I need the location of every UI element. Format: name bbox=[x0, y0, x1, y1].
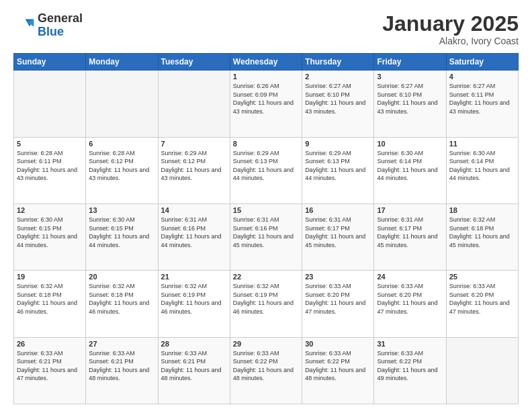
calendar-cell: 24Sunrise: 6:33 AM Sunset: 6:20 PM Dayli… bbox=[374, 271, 446, 337]
weekday-header-monday: Monday bbox=[86, 54, 158, 71]
day-number: 5 bbox=[17, 140, 83, 148]
day-info: Sunrise: 6:32 AM Sunset: 6:19 PM Dayligh… bbox=[161, 282, 227, 316]
day-number: 7 bbox=[161, 140, 227, 148]
day-number: 6 bbox=[89, 140, 154, 148]
day-number: 27 bbox=[89, 340, 154, 348]
calendar-cell: 5Sunrise: 6:28 AM Sunset: 6:11 PM Daylig… bbox=[14, 137, 86, 203]
day-info: Sunrise: 6:33 AM Sunset: 6:20 PM Dayligh… bbox=[377, 282, 443, 316]
day-info: Sunrise: 6:27 AM Sunset: 6:11 PM Dayligh… bbox=[449, 82, 515, 116]
day-info: Sunrise: 6:30 AM Sunset: 6:14 PM Dayligh… bbox=[449, 149, 515, 183]
calendar-cell: 12Sunrise: 6:30 AM Sunset: 6:15 PM Dayli… bbox=[14, 203, 86, 270]
calendar-cell bbox=[158, 71, 230, 137]
day-info: Sunrise: 6:30 AM Sunset: 6:14 PM Dayligh… bbox=[377, 149, 443, 183]
day-number: 16 bbox=[305, 206, 371, 214]
calendar-cell: 17Sunrise: 6:31 AM Sunset: 6:17 PM Dayli… bbox=[374, 203, 446, 270]
logo: General Blue bbox=[13, 12, 83, 39]
generalblue-icon bbox=[13, 15, 35, 36]
weekday-row: SundayMondayTuesdayWednesdayThursdayFrid… bbox=[14, 54, 519, 71]
day-info: Sunrise: 6:28 AM Sunset: 6:11 PM Dayligh… bbox=[17, 149, 83, 183]
day-info: Sunrise: 6:33 AM Sunset: 6:20 PM Dayligh… bbox=[449, 282, 515, 316]
day-info: Sunrise: 6:31 AM Sunset: 6:17 PM Dayligh… bbox=[377, 216, 443, 249]
calendar-cell: 26Sunrise: 6:33 AM Sunset: 6:21 PM Dayli… bbox=[14, 337, 86, 404]
calendar-cell bbox=[446, 337, 518, 404]
calendar-cell: 19Sunrise: 6:32 AM Sunset: 6:18 PM Dayli… bbox=[14, 271, 86, 337]
day-number: 22 bbox=[233, 273, 299, 281]
week-row-5: 26Sunrise: 6:33 AM Sunset: 6:21 PM Dayli… bbox=[14, 337, 519, 404]
page: General Blue January 2025 Alakro, Ivory … bbox=[0, 0, 532, 411]
day-number: 25 bbox=[449, 273, 515, 281]
calendar-cell: 1Sunrise: 6:26 AM Sunset: 6:09 PM Daylig… bbox=[230, 71, 302, 137]
day-number: 17 bbox=[377, 206, 443, 214]
day-info: Sunrise: 6:33 AM Sunset: 6:22 PM Dayligh… bbox=[233, 349, 299, 383]
title-section: January 2025 Alakro, Ivory Coast bbox=[382, 12, 519, 46]
day-info: Sunrise: 6:26 AM Sunset: 6:09 PM Dayligh… bbox=[233, 82, 299, 116]
day-number: 15 bbox=[233, 206, 299, 214]
month-title: January 2025 bbox=[382, 12, 519, 36]
day-number: 29 bbox=[233, 340, 299, 348]
day-info: Sunrise: 6:29 AM Sunset: 6:13 PM Dayligh… bbox=[233, 149, 299, 183]
calendar-cell: 3Sunrise: 6:27 AM Sunset: 6:10 PM Daylig… bbox=[374, 71, 446, 137]
calendar-cell: 21Sunrise: 6:32 AM Sunset: 6:19 PM Dayli… bbox=[158, 271, 230, 337]
weekday-header-thursday: Thursday bbox=[302, 54, 374, 71]
day-number: 31 bbox=[377, 340, 443, 348]
day-info: Sunrise: 6:30 AM Sunset: 6:15 PM Dayligh… bbox=[17, 216, 83, 249]
day-info: Sunrise: 6:30 AM Sunset: 6:15 PM Dayligh… bbox=[89, 216, 154, 249]
calendar-cell: 25Sunrise: 6:33 AM Sunset: 6:20 PM Dayli… bbox=[446, 271, 518, 337]
calendar-cell: 7Sunrise: 6:29 AM Sunset: 6:12 PM Daylig… bbox=[158, 137, 230, 203]
day-number: 4 bbox=[449, 73, 515, 81]
svg-rect-0 bbox=[13, 15, 35, 36]
day-info: Sunrise: 6:32 AM Sunset: 6:18 PM Dayligh… bbox=[17, 282, 83, 316]
day-info: Sunrise: 6:33 AM Sunset: 6:21 PM Dayligh… bbox=[89, 349, 154, 383]
calendar-cell: 2Sunrise: 6:27 AM Sunset: 6:10 PM Daylig… bbox=[302, 71, 374, 137]
day-number: 11 bbox=[449, 140, 515, 148]
logo-text: General Blue bbox=[38, 12, 83, 39]
day-info: Sunrise: 6:28 AM Sunset: 6:12 PM Dayligh… bbox=[89, 149, 154, 183]
day-info: Sunrise: 6:31 AM Sunset: 6:17 PM Dayligh… bbox=[305, 216, 371, 249]
day-number: 20 bbox=[89, 273, 154, 281]
calendar-cell: 9Sunrise: 6:29 AM Sunset: 6:13 PM Daylig… bbox=[302, 137, 374, 203]
calendar-cell: 10Sunrise: 6:30 AM Sunset: 6:14 PM Dayli… bbox=[374, 137, 446, 203]
weekday-header-sunday: Sunday bbox=[14, 54, 86, 71]
calendar-cell: 14Sunrise: 6:31 AM Sunset: 6:16 PM Dayli… bbox=[158, 203, 230, 270]
week-row-3: 12Sunrise: 6:30 AM Sunset: 6:15 PM Dayli… bbox=[14, 203, 519, 270]
day-info: Sunrise: 6:33 AM Sunset: 6:22 PM Dayligh… bbox=[377, 349, 443, 383]
week-row-4: 19Sunrise: 6:32 AM Sunset: 6:18 PM Dayli… bbox=[14, 271, 519, 337]
day-info: Sunrise: 6:31 AM Sunset: 6:16 PM Dayligh… bbox=[161, 216, 227, 249]
day-number: 18 bbox=[449, 206, 515, 214]
week-row-2: 5Sunrise: 6:28 AM Sunset: 6:11 PM Daylig… bbox=[14, 137, 519, 203]
calendar: SundayMondayTuesdayWednesdayThursdayFrid… bbox=[13, 53, 519, 404]
day-number: 2 bbox=[305, 73, 371, 81]
day-number: 21 bbox=[161, 273, 227, 281]
calendar-cell: 15Sunrise: 6:31 AM Sunset: 6:16 PM Dayli… bbox=[230, 203, 302, 270]
day-info: Sunrise: 6:32 AM Sunset: 6:18 PM Dayligh… bbox=[89, 282, 154, 316]
week-row-1: 1Sunrise: 6:26 AM Sunset: 6:09 PM Daylig… bbox=[14, 71, 519, 137]
day-number: 28 bbox=[161, 340, 227, 348]
logo-general: General bbox=[38, 12, 83, 26]
calendar-cell: 23Sunrise: 6:33 AM Sunset: 6:20 PM Dayli… bbox=[302, 271, 374, 337]
day-info: Sunrise: 6:33 AM Sunset: 6:20 PM Dayligh… bbox=[305, 282, 371, 316]
calendar-cell: 8Sunrise: 6:29 AM Sunset: 6:13 PM Daylig… bbox=[230, 137, 302, 203]
calendar-cell: 28Sunrise: 6:33 AM Sunset: 6:21 PM Dayli… bbox=[158, 337, 230, 404]
day-info: Sunrise: 6:33 AM Sunset: 6:21 PM Dayligh… bbox=[161, 349, 227, 383]
calendar-cell: 11Sunrise: 6:30 AM Sunset: 6:14 PM Dayli… bbox=[446, 137, 518, 203]
calendar-cell: 31Sunrise: 6:33 AM Sunset: 6:22 PM Dayli… bbox=[374, 337, 446, 404]
weekday-header-wednesday: Wednesday bbox=[230, 54, 302, 71]
calendar-cell: 27Sunrise: 6:33 AM Sunset: 6:21 PM Dayli… bbox=[86, 337, 158, 404]
calendar-cell: 13Sunrise: 6:30 AM Sunset: 6:15 PM Dayli… bbox=[86, 203, 158, 270]
calendar-body: 1Sunrise: 6:26 AM Sunset: 6:09 PM Daylig… bbox=[14, 71, 519, 404]
calendar-cell bbox=[86, 71, 158, 137]
day-info: Sunrise: 6:32 AM Sunset: 6:18 PM Dayligh… bbox=[449, 216, 515, 249]
weekday-header-saturday: Saturday bbox=[446, 54, 518, 71]
calendar-cell: 30Sunrise: 6:33 AM Sunset: 6:22 PM Dayli… bbox=[302, 337, 374, 404]
day-number: 26 bbox=[17, 340, 83, 348]
day-number: 24 bbox=[377, 273, 443, 281]
weekday-header-tuesday: Tuesday bbox=[158, 54, 230, 71]
calendar-cell: 22Sunrise: 6:32 AM Sunset: 6:19 PM Dayli… bbox=[230, 271, 302, 337]
day-number: 3 bbox=[377, 73, 443, 81]
day-number: 1 bbox=[233, 73, 299, 81]
calendar-cell bbox=[14, 71, 86, 137]
calendar-cell: 18Sunrise: 6:32 AM Sunset: 6:18 PM Dayli… bbox=[446, 203, 518, 270]
day-number: 30 bbox=[305, 340, 371, 348]
day-number: 10 bbox=[377, 140, 443, 148]
calendar-cell: 16Sunrise: 6:31 AM Sunset: 6:17 PM Dayli… bbox=[302, 203, 374, 270]
